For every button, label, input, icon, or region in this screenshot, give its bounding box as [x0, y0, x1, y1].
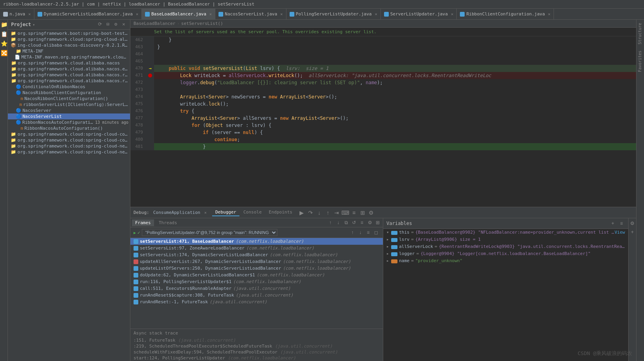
tab-close-ribbon[interactable]: ✕: [548, 12, 550, 16]
tree-item-4[interactable]: 📄META-INF.maven.org.springframework.clou…: [8, 54, 130, 60]
vars-expand-btn[interactable]: +: [609, 220, 616, 227]
gutter-475[interactable]: [146, 100, 154, 108]
gutter-472[interactable]: [146, 79, 154, 86]
settings-btn[interactable]: ⚙: [113, 21, 119, 28]
line-content-465[interactable]: [154, 58, 636, 65]
async-item-2[interactable]: scheduleWithFixedDelay:594, ScheduledThr…: [130, 349, 383, 355]
gutter-463[interactable]: [146, 43, 154, 51]
frame-item-0[interactable]: setServersList:471, BaseLoadBalancer (co…: [130, 238, 383, 245]
favorites-tab[interactable]: Favorites: [636, 47, 644, 75]
frame-restore-btn[interactable]: ↺: [350, 219, 358, 226]
frame-item-1[interactable]: setServersList:97, ZoneAwareLoadBalancer…: [130, 245, 383, 251]
var-item-3[interactable]: ▸logger={Logger@9904} "Logger[com.netfli…: [383, 250, 628, 257]
step-into-btn[interactable]: ↓: [315, 209, 323, 217]
line-content-473[interactable]: [154, 86, 636, 93]
line-content-470[interactable]: public void setServersList(List lsrv) { …: [154, 65, 636, 72]
gutter-474[interactable]: [146, 93, 154, 100]
favorites-icon[interactable]: ⭐: [1, 40, 7, 47]
tree-item-6[interactable]: 📁org.springframework.cloud.alibaba.nacos…: [8, 66, 130, 72]
tree-item-7[interactable]: 📁org.springframework.cloud.alibaba.nacos…: [8, 72, 130, 78]
debug-close[interactable]: ✕: [204, 210, 207, 215]
gutter-465[interactable]: [146, 58, 154, 65]
async-item-1[interactable]: :219, ScheduledThreadPoolExecutor$Schedu…: [130, 343, 383, 349]
tab-dynamic[interactable]: DynamicServerListLoadBalancer.java✕: [34, 9, 142, 19]
project-icon[interactable]: 📁: [1, 21, 7, 28]
var-item-0[interactable]: ▾this={BaseLoadBalancer@9902} "NFLoadBal…: [383, 229, 628, 236]
tab-close-nacos[interactable]: ✕: [281, 12, 283, 16]
gutter-470[interactable]: →: [146, 65, 154, 72]
tree-item-11[interactable]: m NacosRibbonClientConfiguration(): [8, 96, 130, 102]
async-item-0[interactable]: :151, FutureTask (java.util.concurrent): [130, 337, 383, 343]
frame-gear-btn[interactable]: ⚙: [366, 219, 373, 226]
tree-item-10[interactable]: 🔵NacosRibbonClientConfiguration: [8, 90, 130, 96]
tree-item-12[interactable]: m ribbonServerList(IClientConfig):Server…: [8, 102, 130, 108]
frame-item-8[interactable]: runAndReset$$capture:308, FutureTask (ja…: [130, 292, 383, 299]
sync-btn[interactable]: ⟳: [97, 21, 103, 28]
tab-serverlist[interactable]: ServerListUpdater.java✕: [381, 9, 457, 19]
line-content-477[interactable]: ArrayList<Server> allServers = new Array…: [154, 115, 636, 122]
frame-item-7[interactable]: call:511, Executors$RunnableAdapter (jav…: [130, 285, 383, 292]
debug-app-name[interactable]: ConsumeApplication: [153, 210, 200, 215]
var-item-1[interactable]: ▸lsrv={ArrayList@9906} size = 1: [383, 236, 628, 243]
pullreq-icon[interactable]: 🔀: [1, 50, 7, 56]
line-content-478[interactable]: for (Object server : lsrv) {: [154, 122, 636, 129]
tab-close-dynamic[interactable]: ✕: [136, 12, 138, 16]
resume-btn[interactable]: ▶: [298, 209, 306, 217]
thread-hide-btn[interactable]: ◻: [373, 229, 380, 236]
gutter-479[interactable]: [146, 129, 154, 136]
tree-item-9[interactable]: 🔵ConditionalOnRibbonNacos: [8, 84, 130, 90]
tab-close-serverlist[interactable]: ✕: [451, 12, 453, 16]
frame-filter-btn[interactable]: ≡: [358, 219, 365, 226]
tree-item-1[interactable]: 📁org.springframework.cloud:spring-cloud-…: [8, 36, 130, 42]
gutter-471[interactable]: [146, 72, 154, 79]
tab-base[interactable]: BaseLoadBalancer.java✕: [142, 9, 215, 19]
tree-item-16[interactable]: m RibbonNacosAutoConfiguration(): [8, 125, 130, 131]
threads-tab[interactable]: Threads: [156, 219, 180, 226]
frame-up-btn[interactable]: ↑: [327, 219, 334, 226]
line-content-476[interactable]: try {: [154, 108, 636, 115]
var-expand-4[interactable]: ▸: [386, 258, 391, 263]
structure-icon[interactable]: 📋: [1, 31, 7, 37]
tree-item-20[interactable]: 📁org.springframework.cloud:spring-cloud-…: [8, 149, 130, 155]
line-content-463[interactable]: }: [154, 43, 636, 51]
var-view-link-0[interactable]: View: [615, 230, 625, 235]
gutter-478[interactable]: [146, 122, 154, 129]
line-content-464[interactable]: [154, 51, 636, 58]
tree-item-8[interactable]: 📁org.springframework.cloud.alibaba.nacos…: [8, 78, 130, 84]
line-content-481[interactable]: }: [154, 143, 636, 150]
evaluate-btn[interactable]: ⌨: [341, 209, 349, 217]
step-out-btn[interactable]: ↑: [324, 209, 332, 217]
var-item-2[interactable]: ▸allServerLock={ReentrantReadWriteLock@9…: [383, 243, 628, 250]
vars-filter-btn[interactable]: ≡: [618, 220, 625, 227]
tab-nacos[interactable]: NacosServerList.java✕: [215, 9, 286, 19]
layout-btn[interactable]: ⊞: [359, 209, 367, 217]
gutter-476[interactable]: [146, 108, 154, 115]
async-item-3[interactable]: start:124, PollingServerListUpdater (com…: [130, 355, 383, 361]
gutter-481[interactable]: [146, 143, 154, 150]
run-to-cursor-btn[interactable]: ⇥: [333, 209, 341, 217]
gutter-462[interactable]: [146, 36, 154, 43]
var-expand-0[interactable]: ▾: [386, 230, 391, 235]
step-over-btn[interactable]: ↷: [307, 209, 314, 217]
var-item-4[interactable]: ▸name="provider_unknown": [383, 257, 628, 265]
tab-close-polling[interactable]: ✕: [375, 12, 377, 16]
thread-down-btn[interactable]: ↓: [357, 229, 364, 236]
collapse-btn[interactable]: ⊟: [105, 21, 111, 28]
frame-item-6[interactable]: run:116, PollingServerListUpdater$1 (com…: [130, 278, 383, 285]
frame-layout-btn[interactable]: ⊞: [374, 219, 381, 226]
thread-dropdown[interactable]: "PollingServerListUpdater-0"@9,752 in gr…: [142, 229, 277, 236]
frame-copy-btn[interactable]: ⧉: [343, 219, 350, 226]
frame-item-3[interactable]: updateAllServerList:267, DynamicServerLi…: [130, 258, 383, 265]
tree-item-15[interactable]: 🔵RibbonNacosAutoConfiguration13 minutes …: [8, 119, 130, 125]
tree-item-14[interactable]: 🔵NacosServerList: [8, 113, 130, 119]
tree-item-13[interactable]: 🔵NacosServer: [8, 108, 130, 113]
frame-down-btn[interactable]: ↓: [335, 219, 342, 226]
tree-item-5[interactable]: 📁org.springframework.cloud.alibaba.nacos: [8, 60, 130, 66]
thread-up-btn[interactable]: ↑: [349, 229, 356, 236]
tree-item-2[interactable]: 📦ing-cloud-alibaba-nacos-discovery-0.2.1…: [8, 42, 130, 48]
tree-item-0[interactable]: 📁org.springframework.boot:spring-boot-te…: [8, 30, 130, 36]
tree-item-19[interactable]: 📁org.springframework.cloud:spring-cloud-…: [8, 143, 130, 149]
line-content-474[interactable]: ArrayList<Server> newServers = new Array…: [154, 93, 636, 100]
structure-tab[interactable]: Structure: [636, 20, 644, 47]
vars-settings-btn[interactable]: ⚙: [629, 220, 636, 227]
